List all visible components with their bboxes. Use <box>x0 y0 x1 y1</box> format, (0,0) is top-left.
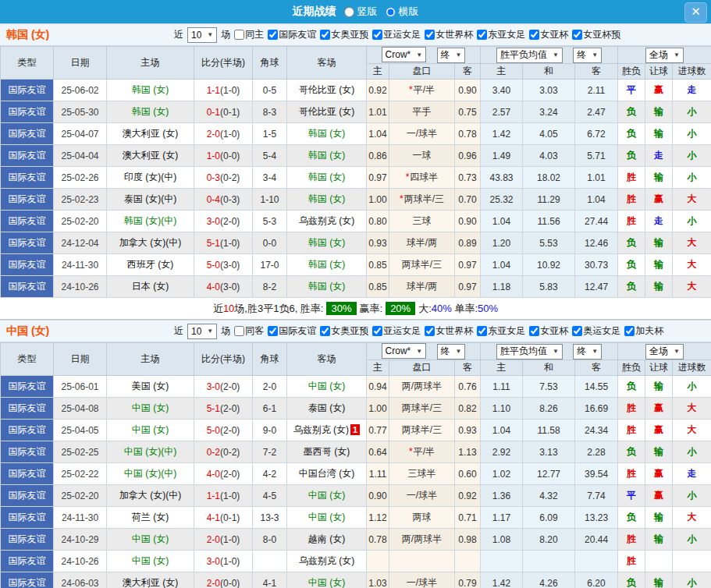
away-team[interactable]: 韩国 (女) <box>287 232 367 254</box>
competition-checkbox-group: 国际友谊女奥亚预亚运女足女世界杯东亚女足女亚杯奥运女足加夫杯 <box>264 324 663 338</box>
league-tag[interactable]: 国际友谊 <box>1 551 54 572</box>
vertical-radio[interactable] <box>344 7 354 17</box>
avg-period-select[interactable]: 终▼ <box>573 344 602 360</box>
league-tag[interactable]: 国际友谊 <box>1 123 54 145</box>
home-team[interactable]: 韩国 (女) <box>107 101 194 123</box>
odds-period-select[interactable]: 终▼ <box>437 48 466 63</box>
avg-period-select[interactable]: 终▼ <box>573 48 602 63</box>
chevron-down-icon: ▼ <box>674 348 680 355</box>
home-team[interactable]: 澳大利亚 (女) <box>107 572 194 588</box>
home-team[interactable]: 韩国 (女)(中) <box>107 211 194 232</box>
away-team[interactable]: 中国 (女) <box>287 572 367 588</box>
home-team[interactable]: 中国 (女)(中) <box>107 463 194 485</box>
league-tag[interactable]: 国际友谊 <box>1 420 54 441</box>
away-team[interactable]: 哥伦比亚 (女) <box>287 101 367 123</box>
competition-checkbox[interactable] <box>529 30 539 40</box>
league-tag[interactable]: 国际友谊 <box>1 101 54 123</box>
league-tag[interactable]: 国际友谊 <box>1 441 54 463</box>
away-team[interactable]: 韩国 (女) <box>287 276 367 298</box>
away-team[interactable]: 韩国 (女) <box>287 145 367 167</box>
competition-checkbox[interactable] <box>477 30 487 40</box>
home-team[interactable]: 加拿大 (女)(中) <box>107 232 194 254</box>
competition-checkbox[interactable] <box>268 326 278 336</box>
away-team[interactable]: 中国 (女) <box>287 376 367 398</box>
same-side-checkbox[interactable] <box>234 30 244 40</box>
league-tag[interactable]: 国际友谊 <box>1 276 54 298</box>
away-team[interactable]: 韩国 (女) <box>287 167 367 189</box>
away-team[interactable]: 乌兹别克 (女)1 <box>287 420 367 441</box>
home-team[interactable]: 中国 (女) <box>107 551 194 572</box>
competition-checkbox[interactable] <box>624 326 635 336</box>
league-tag[interactable]: 国际友谊 <box>1 254 54 276</box>
league-tag[interactable]: 国际友谊 <box>1 463 54 485</box>
away-team[interactable]: 墨西哥 (女) <box>287 441 367 463</box>
home-team[interactable]: 荷兰 (女) <box>107 507 194 529</box>
competition-checkbox[interactable] <box>320 326 330 336</box>
home-team[interactable]: 加拿大 (女)(中) <box>107 485 194 507</box>
away-team[interactable]: 泰国 (女) <box>287 398 367 420</box>
home-team[interactable]: 日本 (女) <box>107 276 194 298</box>
home-team[interactable]: 印度 (女)(中) <box>107 167 194 189</box>
league-tag[interactable]: 国际友谊 <box>1 572 54 588</box>
competition-checkbox[interactable] <box>372 30 382 40</box>
competition-checkbox[interactable] <box>372 326 382 336</box>
league-tag[interactable]: 国际友谊 <box>1 145 54 167</box>
league-tag[interactable]: 国际友谊 <box>1 529 54 551</box>
same-side-checkbox[interactable] <box>234 326 244 336</box>
result-handicap: 赢 <box>645 485 673 507</box>
competition-checkbox[interactable] <box>425 30 435 40</box>
home-team[interactable]: 中国 (女)(中) <box>107 441 194 463</box>
league-tag[interactable]: 国际友谊 <box>1 376 54 398</box>
home-team[interactable]: 美国 (女) <box>107 376 194 398</box>
odds-period-select[interactable]: 终▼ <box>437 344 466 360</box>
competition-checkbox[interactable] <box>268 30 278 40</box>
away-team[interactable]: 中国 (女) <box>287 485 367 507</box>
avg-odds-select[interactable]: 胜平负均值▼ <box>496 344 563 360</box>
competition-checkbox[interactable] <box>529 326 539 336</box>
home-team[interactable]: 澳大利亚 (女) <box>107 145 194 167</box>
fulltime-select[interactable]: 全场▼ <box>645 344 684 360</box>
competition-checkbox[interactable] <box>320 30 330 40</box>
away-team[interactable]: 韩国 (女) <box>287 123 367 145</box>
competition-checkbox[interactable] <box>572 326 582 336</box>
home-team[interactable]: 澳大利亚 (女) <box>107 123 194 145</box>
subcol-wdl: 胜负 <box>618 360 645 376</box>
odds-company-select[interactable]: Crow*▼ <box>382 47 427 62</box>
match-date: 24-11-30 <box>54 254 107 276</box>
away-team[interactable]: 越南 (女) <box>287 529 367 551</box>
league-tag[interactable]: 国际友谊 <box>1 485 54 507</box>
competition-checkbox[interactable] <box>572 30 582 40</box>
recent-count-select[interactable]: 10▼ <box>187 324 217 339</box>
league-tag[interactable]: 国际友谊 <box>1 232 54 254</box>
home-team[interactable]: 西班牙 (女) <box>107 254 194 276</box>
league-tag[interactable]: 国际友谊 <box>1 211 54 232</box>
home-team[interactable]: 中国 (女) <box>107 420 194 441</box>
fulltime-select[interactable]: 全场▼ <box>645 48 684 63</box>
league-tag[interactable]: 国际友谊 <box>1 189 54 211</box>
away-team[interactable]: 韩国 (女) <box>287 189 367 211</box>
chevron-down-icon: ▼ <box>553 348 559 355</box>
league-tag[interactable]: 国际友谊 <box>1 507 54 529</box>
odds-home: 0.86 <box>367 145 389 167</box>
avg-odds-select[interactable]: 胜平负均值▼ <box>496 48 563 63</box>
result-handicap: 赢 <box>645 398 673 420</box>
away-team[interactable]: 韩国 (女) <box>287 254 367 276</box>
home-team[interactable]: 中国 (女) <box>107 529 194 551</box>
away-team[interactable]: 乌兹别克 (女) <box>287 551 367 572</box>
league-tag[interactable]: 国际友谊 <box>1 80 54 101</box>
away-team[interactable]: 中国台湾 (女) <box>287 463 367 485</box>
league-tag[interactable]: 国际友谊 <box>1 167 54 189</box>
home-team[interactable]: 韩国 (女) <box>107 80 194 101</box>
recent-count-select[interactable]: 10▼ <box>187 27 217 43</box>
competition-checkbox[interactable] <box>477 326 487 336</box>
away-team[interactable]: 中国 (女) <box>287 507 367 529</box>
horizontal-radio[interactable] <box>386 7 396 17</box>
close-icon[interactable]: ✕ <box>684 2 707 23</box>
away-team[interactable]: 哥伦比亚 (女) <box>287 80 367 101</box>
home-team[interactable]: 中国 (女) <box>107 398 194 420</box>
away-team[interactable]: 乌兹别克 (女) <box>287 211 367 232</box>
home-team[interactable]: 泰国 (女)(中) <box>107 189 194 211</box>
competition-checkbox[interactable] <box>425 326 435 336</box>
odds-company-select[interactable]: Crow*▼ <box>382 343 427 359</box>
league-tag[interactable]: 国际友谊 <box>1 398 54 420</box>
